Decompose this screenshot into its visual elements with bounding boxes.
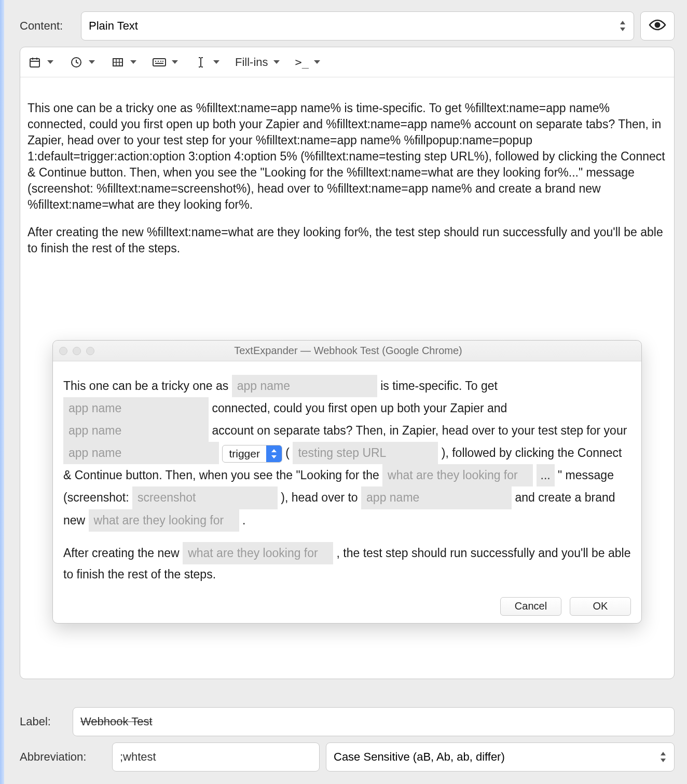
chevron-down-icon: [130, 60, 136, 64]
label-input[interactable]: Webhook Test: [73, 707, 675, 736]
fill-app-name[interactable]: app name: [63, 397, 209, 420]
zoom-dot-icon[interactable]: [86, 347, 94, 355]
fillins-menu[interactable]: Fill-ins: [235, 56, 280, 69]
label-label: Label:: [20, 715, 66, 728]
abbrev-input[interactable]: ;whtest: [112, 742, 320, 772]
case-select[interactable]: Case Sensitive (aB, Ab, ab, differ): [326, 742, 675, 772]
fill-testing-url[interactable]: testing step URL: [293, 442, 438, 464]
label-value: Webhook Test: [80, 715, 153, 728]
chevron-down-icon: [172, 60, 178, 64]
window-selection-edge: [0, 0, 4, 784]
dlg-text: This one can be a tricky one as: [63, 379, 232, 393]
dlg-text: .: [242, 513, 245, 527]
select-carets-icon: [659, 751, 667, 763]
content-type-value: Plain Text: [89, 19, 138, 33]
fill-screenshot[interactable]: screenshot: [132, 486, 278, 509]
fill-app-name[interactable]: app name: [361, 486, 512, 509]
fill-app-name[interactable]: app name: [63, 420, 209, 442]
fill-looking-for[interactable]: what are they looking for: [382, 464, 533, 486]
dialog-body: This one can be a tricky one as app name…: [53, 361, 641, 623]
text-cursor-icon: [194, 56, 208, 69]
chevron-down-icon: [89, 60, 95, 64]
script-label: >_: [295, 56, 309, 69]
content-type-select[interactable]: Plain Text: [81, 11, 634, 40]
chevron-down-icon: [47, 60, 53, 64]
dlg-text: After creating the new: [63, 546, 183, 560]
dlg-text: (: [285, 446, 293, 459]
abbrev-row: Abbreviation: ;whtest Case Sensitive (aB…: [20, 742, 675, 772]
fill-looking-for[interactable]: what are they looking for: [89, 509, 239, 532]
label-row: Label: Webhook Test: [20, 707, 675, 736]
fill-looking-for[interactable]: what are they looking for: [183, 542, 333, 564]
clock-icon: [69, 56, 84, 69]
fillin-dialog: TextExpander — Webhook Test (Google Chro…: [52, 340, 642, 624]
insert-toolbar: Fill-ins >_: [20, 47, 674, 77]
close-dot-icon[interactable]: [59, 347, 67, 355]
svg-point-0: [655, 22, 661, 28]
chevron-down-icon: [213, 60, 219, 64]
cancel-button[interactable]: Cancel: [500, 597, 561, 616]
calendar-icon: [28, 56, 42, 69]
content-label: Content:: [20, 19, 75, 33]
minimize-dot-icon[interactable]: [73, 347, 81, 355]
footer-fields: Label: Webhook Test Abbreviation: ;whtes…: [20, 701, 675, 772]
grid-icon: [111, 56, 125, 69]
cursor-menu[interactable]: [194, 56, 219, 69]
fill-app-name[interactable]: app name: [63, 442, 219, 464]
dlg-text: account on separate tabs? Then, in Zapie…: [212, 424, 627, 437]
date-menu[interactable]: [28, 56, 53, 69]
fill-popup-value: trigger: [223, 445, 266, 462]
dlg-text: connected, could you first open up both …: [212, 401, 507, 415]
dlg-text: ), head over to: [281, 491, 361, 504]
snippet-para-2: After creating the new %filltext:name=wh…: [28, 224, 667, 256]
fillins-label: Fill-ins: [235, 56, 268, 69]
preview-button[interactable]: [640, 11, 675, 40]
case-value: Case Sensitive (aB, Ab, ab, differ): [334, 750, 505, 764]
content-row: Content: Plain Text: [20, 11, 675, 40]
snippet-textarea[interactable]: This one can be a tricky one as %filltex…: [20, 77, 674, 275]
svg-rect-4: [153, 59, 166, 66]
script-menu[interactable]: >_: [295, 56, 321, 69]
dlg-text: is time-specific. To get: [380, 379, 498, 393]
combo-carets-icon: [266, 445, 282, 462]
math-menu[interactable]: [111, 56, 136, 69]
abbrev-label: Abbreviation:: [20, 750, 106, 764]
snippet-editor-window: Content: Plain Text: [4, 0, 687, 784]
dialog-buttons: Cancel OK: [63, 595, 631, 616]
svg-rect-1: [30, 59, 39, 67]
dialog-title: TextExpander — Webhook Test (Google Chro…: [94, 345, 602, 357]
fill-app-name[interactable]: app name: [232, 375, 377, 397]
fill-popup[interactable]: trigger: [222, 445, 282, 463]
traffic-lights: [59, 347, 94, 355]
snippet-para-1: This one can be a tricky one as %filltex…: [28, 100, 667, 213]
select-carets-icon: [619, 20, 626, 32]
abbrev-value: ;whtest: [120, 750, 156, 764]
editor-box: Fill-ins >_ This one can be a tricky one…: [20, 47, 675, 679]
ok-button[interactable]: OK: [570, 597, 631, 616]
dialog-para-1: This one can be a tricky one as app name…: [63, 375, 631, 532]
ellipsis-chip: ...: [537, 464, 555, 486]
eye-icon: [648, 17, 667, 35]
dialog-para-2: After creating the new what are they loo…: [63, 542, 631, 585]
keyboard-icon: [152, 56, 167, 69]
dialog-titlebar: TextExpander — Webhook Test (Google Chro…: [53, 341, 641, 361]
chevron-down-icon: [273, 60, 280, 64]
time-menu[interactable]: [69, 56, 95, 69]
keyboard-menu[interactable]: [152, 56, 178, 69]
chevron-down-icon: [314, 60, 320, 64]
